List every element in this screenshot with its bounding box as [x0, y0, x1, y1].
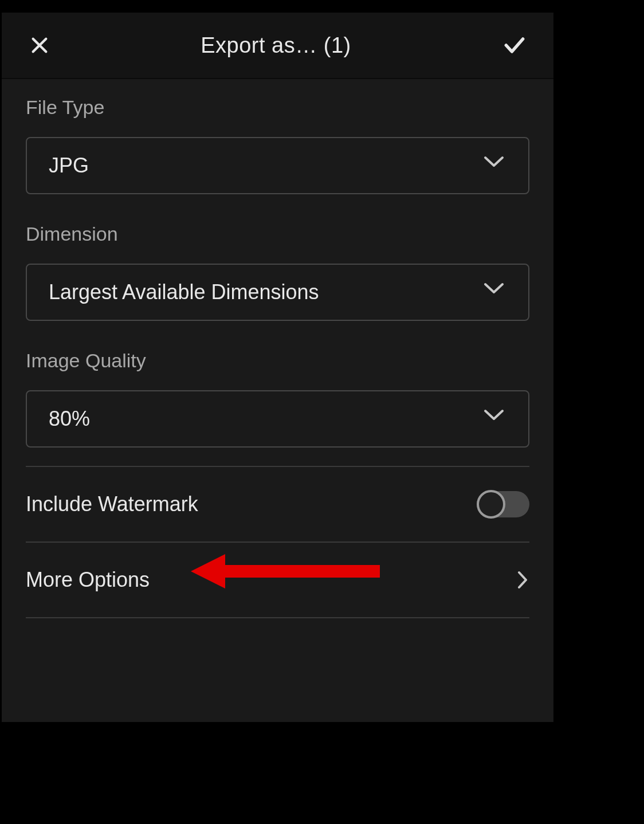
confirm-button[interactable] [501, 32, 528, 59]
more-options-label: More Options [26, 568, 150, 592]
dimension-value: Largest Available Dimensions [49, 280, 319, 304]
letterbox [553, 0, 644, 824]
divider [26, 617, 529, 618]
dimension-select[interactable]: Largest Available Dimensions [26, 264, 529, 321]
letterbox [0, 722, 644, 824]
more-options-row[interactable]: More Options [26, 543, 529, 617]
include-watermark-toggle[interactable] [477, 491, 529, 517]
toggle-knob [477, 490, 505, 519]
chevron-down-icon [484, 155, 504, 176]
dialog-title: Export as… (1) [201, 33, 351, 58]
file-type-label: File Type [26, 96, 529, 119]
image-quality-label: Image Quality [26, 350, 529, 372]
dimension-label: Dimension [26, 223, 529, 245]
chevron-right-icon [516, 568, 529, 591]
export-dialog: Export as… (1) File Type JPG Dimension L… [2, 13, 553, 722]
dialog-header: Export as… (1) [2, 13, 553, 79]
chevron-down-icon [484, 409, 504, 429]
dialog-content: File Type JPG Dimension Largest Availabl… [2, 79, 553, 618]
close-button[interactable] [28, 34, 51, 57]
include-watermark-row[interactable]: Include Watermark [26, 467, 529, 542]
file-type-value: JPG [49, 154, 89, 178]
include-watermark-label: Include Watermark [26, 492, 198, 516]
letterbox [0, 0, 644, 13]
check-icon [502, 33, 527, 58]
image-quality-value: 80% [49, 407, 90, 431]
image-quality-select[interactable]: 80% [26, 390, 529, 448]
file-type-select[interactable]: JPG [26, 137, 529, 194]
chevron-down-icon [484, 282, 504, 303]
close-icon [30, 36, 49, 55]
